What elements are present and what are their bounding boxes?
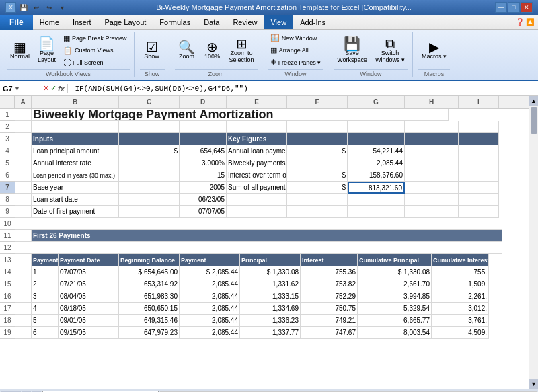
cell-E13[interactable]: Payment <box>180 254 240 266</box>
cell-E4[interactable]: Annual loan payments <box>227 145 287 157</box>
menu-insert[interactable]: Insert <box>66 15 98 29</box>
cell-A13[interactable] <box>15 254 32 266</box>
cell-B2[interactable] <box>32 121 119 133</box>
cell-G8[interactable] <box>348 194 405 206</box>
cell-A9[interactable] <box>15 206 32 218</box>
cell-A14[interactable] <box>15 266 32 278</box>
cell-A8[interactable] <box>15 194 32 206</box>
cell-C3[interactable] <box>119 133 180 145</box>
cell-B9[interactable]: Date of first payment <box>32 206 119 218</box>
cell-G3[interactable] <box>348 133 405 145</box>
freeze-panes-btn[interactable]: ❄ Freeze Panes ▾ <box>268 56 324 68</box>
cell-B1[interactable]: Biweekly Mortgage Payment Amortization <box>32 109 449 121</box>
cell-H14[interactable]: $ 1,330.08 <box>358 266 432 278</box>
cell-I8[interactable] <box>459 194 499 206</box>
menu-review[interactable]: Review <box>226 15 264 29</box>
cell-G18[interactable]: 749.21 <box>301 315 358 327</box>
cell-A11[interactable] <box>15 230 32 242</box>
scroll-down-btn[interactable]: ▼ <box>529 379 539 389</box>
show-btn[interactable]: ☑ Show <box>140 38 164 63</box>
cell-C16[interactable]: 08/04/05 <box>59 290 119 303</box>
cell-F8[interactable] <box>287 194 348 206</box>
cell-I7[interactable] <box>459 182 499 194</box>
menu-home[interactable]: Home <box>33 15 66 29</box>
cell-H19[interactable]: 8,003.54 <box>358 327 432 339</box>
cell-G17[interactable]: 750.75 <box>301 303 358 315</box>
cell-F5[interactable] <box>287 157 348 169</box>
cell-B17[interactable]: 4 <box>32 303 59 315</box>
cell-D3[interactable] <box>180 133 227 145</box>
cell-H9[interactable] <box>405 206 459 218</box>
cell-H8[interactable] <box>405 194 459 206</box>
cell-C7[interactable] <box>119 182 180 194</box>
page-break-preview-btn[interactable]: ▦ Page Break Preview <box>61 33 130 44</box>
cell-D19[interactable]: 647,979.23 <box>119 327 180 339</box>
cell-G2[interactable] <box>348 121 405 133</box>
cell-C5[interactable] <box>119 157 180 169</box>
cell-F4[interactable]: $ <box>287 145 348 157</box>
cell-H6[interactable] <box>405 169 459 182</box>
cell-H18[interactable]: 6,665.77 <box>358 315 432 327</box>
cell-H5[interactable] <box>405 157 459 169</box>
cell-G15[interactable]: 753.82 <box>301 278 358 290</box>
cell-F16[interactable]: 1,333.15 <box>240 290 301 303</box>
dropdown-quick-btn[interactable]: ▾ <box>56 2 67 13</box>
cell-C13[interactable]: Payment Date <box>59 254 119 266</box>
cell-A1[interactable] <box>15 109 32 121</box>
switch-windows-btn[interactable]: ⧉ SwitchWindows ▾ <box>372 35 408 66</box>
cell-C8[interactable] <box>119 194 180 206</box>
formula-input[interactable]: =IF(AND(SUM(G4)<>0,SUM(D6)<>0),G4*D6,"") <box>68 85 538 93</box>
cell-D9[interactable]: 07/07/05 <box>180 206 227 218</box>
cell-A4[interactable] <box>15 145 32 157</box>
cell-E14[interactable]: $ 2,085.44 <box>180 266 240 278</box>
cell-G7-selected[interactable]: 813,321.60 <box>348 182 405 194</box>
cell-E8[interactable] <box>227 194 287 206</box>
cell-C4[interactable]: $ <box>119 145 180 157</box>
cell-B7[interactable]: Base year <box>32 182 119 194</box>
cell-A17[interactable] <box>15 303 32 315</box>
menu-add-ins[interactable]: Add-Ins <box>293 15 332 29</box>
cell-D17[interactable]: 650,650.15 <box>119 303 180 315</box>
cell-A5[interactable] <box>15 157 32 169</box>
cell-G9[interactable] <box>348 206 405 218</box>
cell-E9[interactable] <box>227 206 287 218</box>
cell-E3[interactable]: Key Figures <box>227 133 287 145</box>
close-btn[interactable]: ✕ <box>521 2 533 13</box>
cell-D15[interactable]: 653,314.92 <box>119 278 180 290</box>
cell-D14[interactable]: $ 654,645.00 <box>119 266 180 278</box>
col-header-G[interactable]: G <box>348 96 405 108</box>
cell-I2[interactable] <box>459 121 499 133</box>
zoom-selection-btn[interactable]: ⊞ Zoom toSelection <box>226 35 258 66</box>
cell-G6[interactable]: 158,676.60 <box>348 169 405 182</box>
new-window-btn[interactable]: 🪟 New Window <box>268 32 320 44</box>
maximize-btn[interactable]: □ <box>508 2 520 13</box>
cell-H16[interactable]: 3,994.85 <box>358 290 432 303</box>
cell-E2[interactable] <box>227 121 287 133</box>
vertical-scrollbar[interactable]: ▲ ▼ <box>529 96 538 389</box>
page-layout-btn[interactable]: 📄 PageLayout <box>34 35 59 66</box>
cell-A2[interactable] <box>15 121 32 133</box>
help-icon[interactable]: ❓ <box>516 18 524 26</box>
col-header-B[interactable]: B <box>32 96 119 108</box>
cell-I13[interactable]: Cumulative Interest <box>432 254 489 266</box>
menu-formulas[interactable]: Formulas <box>153 15 197 29</box>
minimize-btn[interactable]: — <box>495 2 507 13</box>
undo-quick-btn[interactable]: ↩ <box>31 2 42 13</box>
cell-F7[interactable]: $ <box>287 182 348 194</box>
cell-B5[interactable]: Annual interest rate <box>32 157 119 169</box>
cell-B15[interactable]: 2 <box>32 278 59 290</box>
cell-E6[interactable]: Interest over term of loan <box>227 169 287 182</box>
cell-C9[interactable] <box>119 206 180 218</box>
cell-A19[interactable] <box>15 327 32 339</box>
cell-I9[interactable] <box>459 206 499 218</box>
cell-E18[interactable]: 2,085.44 <box>180 315 240 327</box>
cell-D4[interactable]: 654,645 <box>180 145 227 157</box>
redo-quick-btn[interactable]: ↪ <box>44 2 54 13</box>
cell-D2[interactable] <box>180 121 227 133</box>
cell-C6[interactable] <box>119 169 180 182</box>
cell-F9[interactable] <box>287 206 348 218</box>
cell-H7[interactable] <box>405 182 459 194</box>
menu-view[interactable]: View <box>264 15 293 29</box>
cell-H4[interactable] <box>405 145 459 157</box>
cell-I6[interactable] <box>459 169 499 182</box>
